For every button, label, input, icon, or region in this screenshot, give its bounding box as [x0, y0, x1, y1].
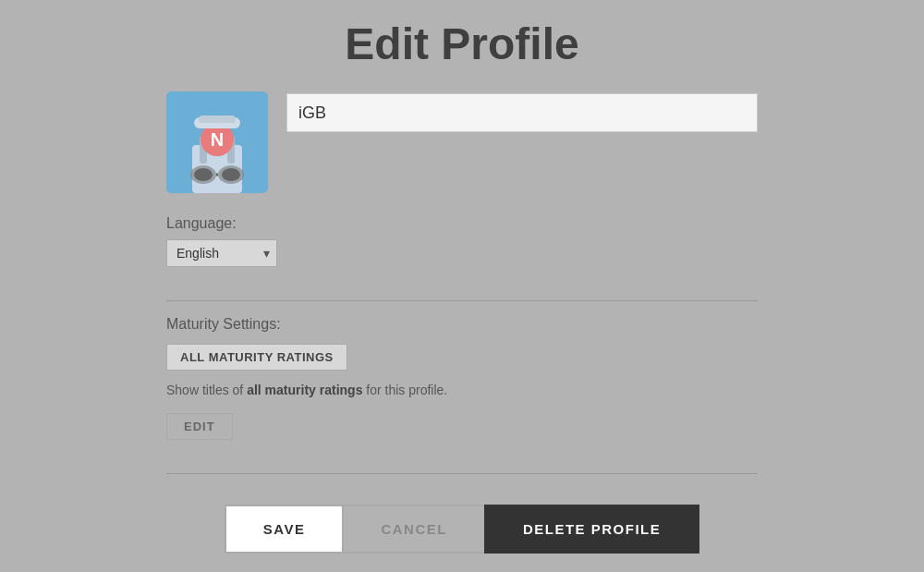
top-section: N: [166, 91, 758, 193]
maturity-settings-section: Maturity Settings: ALL MATURITY RATINGS …: [166, 316, 758, 440]
svg-point-8: [194, 168, 213, 181]
maturity-description: Show titles of all maturity ratings for …: [166, 382, 758, 400]
bottom-buttons: SAVE CANCEL DELETE PROFILE: [0, 490, 924, 572]
page-title: Edit Profile: [345, 18, 578, 69]
language-section: Language: English Spanish French German …: [166, 215, 758, 267]
svg-point-9: [222, 168, 240, 181]
avatar: N: [166, 91, 268, 193]
maturity-badge: ALL MATURITY RATINGS: [166, 344, 347, 371]
maturity-settings-label: Maturity Settings:: [166, 316, 758, 333]
cancel-button[interactable]: CANCEL: [342, 505, 486, 554]
svg-rect-12: [199, 116, 236, 123]
language-select-wrapper[interactable]: English Spanish French German Portuguese: [166, 239, 277, 267]
divider-1: [166, 300, 758, 301]
divider-2: [166, 473, 758, 474]
svg-text:N: N: [211, 129, 224, 150]
page-container: Edit Profile N: [0, 0, 924, 572]
save-button[interactable]: SAVE: [225, 505, 345, 554]
profile-name-input[interactable]: [286, 93, 758, 132]
edit-maturity-button[interactable]: EDIT: [166, 413, 233, 440]
language-label: Language:: [166, 215, 758, 232]
avatar-image: N: [166, 91, 268, 193]
delete-profile-button[interactable]: DELETE PROFILE: [484, 505, 699, 554]
language-select[interactable]: English Spanish French German Portuguese: [166, 239, 277, 267]
